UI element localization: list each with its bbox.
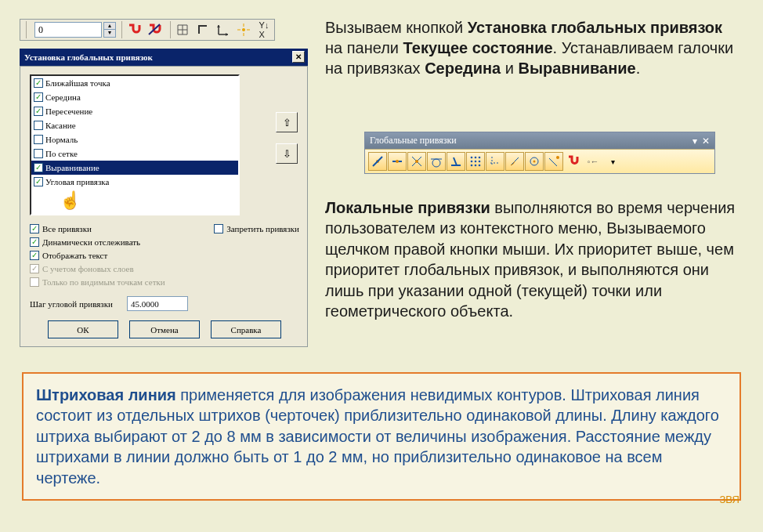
instruction-text-1: Вызываем кнопкой Установка глобальных пр… <box>325 17 741 78</box>
checkbox-icon[interactable]: ✓ <box>34 78 43 88</box>
list-item: ✓Угловая привязка <box>31 175 238 189</box>
list-item-label: По сетке <box>45 149 78 158</box>
snap-align-icon[interactable] <box>486 152 504 171</box>
angle-step-input[interactable] <box>127 296 188 311</box>
checkbox-icon[interactable]: ✓ <box>34 177 43 186</box>
snap-tangent-icon[interactable] <box>427 152 446 171</box>
step-label: Шаг угловой привязки <box>30 299 113 309</box>
snaps-listbox[interactable]: ✓Ближайшая точка ✓Середина ✓Пересечение … <box>30 74 240 215</box>
svg-point-23 <box>471 157 473 159</box>
move-up-button[interactable]: ⇧ <box>276 112 298 132</box>
top-toolbar: 0 ▴▾ Y↓X <box>20 19 275 41</box>
close-icon[interactable]: ✕ <box>292 51 305 63</box>
global-snaps-floater: Глобальные привязки ▾✕ ◦← ▾ <box>364 132 715 174</box>
opt-visible-grid: Только по видимым точкам сетки <box>42 277 165 287</box>
opt-text: Отображать текст <box>42 251 107 260</box>
svg-line-36 <box>549 158 557 166</box>
list-item-label: Угловая привязка <box>45 177 109 186</box>
checkbox-icon[interactable]: ✓ <box>30 237 39 247</box>
dialog-title-bar[interactable]: Установка глобальных привязок ✕ <box>20 49 308 66</box>
snap-prev-icon[interactable]: ◦← <box>584 152 602 171</box>
list-item: ✓Пересечение <box>31 104 238 118</box>
svg-line-22 <box>454 157 457 165</box>
svg-point-30 <box>475 165 477 167</box>
list-item: ✓Выравнивание <box>31 161 238 175</box>
list-item: Нормаль <box>31 132 238 147</box>
snap-normal-icon[interactable] <box>447 152 465 171</box>
instruction-text-2: Локальные привязки выполняются во время … <box>325 197 747 321</box>
footer-mark: ЗВЯ <box>720 494 739 505</box>
opt-forbid: Запретить привязки <box>226 224 299 233</box>
list-item-label: Середина <box>45 92 81 102</box>
list-item-label: Ближайшая точка <box>45 78 110 88</box>
checkbox-icon[interactable]: ✓ <box>34 163 43 172</box>
snap-center-icon[interactable] <box>525 152 544 171</box>
move-down-button[interactable]: ⇩ <box>276 143 298 164</box>
list-item: Касание <box>31 118 238 132</box>
cursor-hand-icon: ☝️ <box>60 190 81 211</box>
svg-point-29 <box>471 165 473 167</box>
snap-star-icon[interactable] <box>234 20 253 39</box>
svg-point-28 <box>479 161 481 163</box>
help-button[interactable]: Справка <box>211 320 281 338</box>
svg-point-7 <box>242 28 245 31</box>
spinner[interactable]: ▴▾ <box>103 22 116 38</box>
opt-bg-layers: С учетом фоновых слоев <box>42 264 134 273</box>
snap-point-icon[interactable] <box>544 152 563 171</box>
ortho-icon[interactable] <box>193 20 212 39</box>
list-item: По сетке <box>31 147 238 161</box>
dialog-title: Установка глобальных привязок <box>24 52 153 62</box>
snap-angle-icon[interactable] <box>505 152 524 171</box>
opt-all-snaps: Все привязки <box>42 224 92 233</box>
snap-intersect-icon[interactable] <box>407 152 426 171</box>
magnet-icon[interactable] <box>564 152 583 171</box>
svg-point-25 <box>479 157 481 159</box>
opt-dynamic: Динамически отслеживать <box>42 237 140 247</box>
svg-point-15 <box>396 160 399 163</box>
checkbox-icon[interactable] <box>34 121 43 130</box>
svg-point-31 <box>479 165 481 167</box>
checkbox-icon[interactable] <box>34 149 43 158</box>
list-item-label: Выравнивание <box>45 163 99 172</box>
dropdown-icon[interactable]: ▾ <box>692 136 697 147</box>
note-box: Штриховая линия применяется для изображе… <box>22 372 741 501</box>
magnet-red-icon[interactable] <box>125 20 143 39</box>
list-item: ✓Середина <box>31 90 238 104</box>
grid-icon[interactable] <box>173 20 192 39</box>
snap-nearest-icon[interactable] <box>368 152 387 171</box>
checkbox-icon[interactable]: ✓ <box>34 107 43 116</box>
svg-point-24 <box>475 157 477 159</box>
checkbox-icon[interactable]: ✓ <box>30 224 39 233</box>
global-snaps-dialog: Установка глобальных привязок ✕ ✓Ближайш… <box>20 49 308 347</box>
step-value-input[interactable]: 0 <box>34 22 102 38</box>
svg-point-18 <box>415 160 418 163</box>
checkbox-icon <box>30 277 39 287</box>
floater-title: Глобальные привязки <box>370 135 457 147</box>
list-item-label: Пересечение <box>45 107 92 116</box>
checkbox-icon: ✓ <box>30 264 39 273</box>
svg-line-13 <box>373 157 382 166</box>
checkbox-icon[interactable] <box>214 224 223 233</box>
checkbox-icon[interactable]: ✓ <box>30 251 39 260</box>
axis-flip-icon[interactable]: Y↓X <box>255 20 273 39</box>
svg-point-37 <box>556 156 559 159</box>
list-item: ✓Ближайшая точка <box>31 76 238 90</box>
close-icon[interactable]: ✕ <box>702 136 710 147</box>
checkbox-icon[interactable]: ✓ <box>34 92 43 102</box>
ok-button[interactable]: ОК <box>48 320 118 338</box>
magnet-toggle-icon[interactable] <box>145 20 164 39</box>
dropdown-icon[interactable]: ▾ <box>603 152 622 171</box>
floater-header[interactable]: Глобальные привязки ▾✕ <box>365 132 714 149</box>
list-item-label: Касание <box>45 121 76 130</box>
svg-point-35 <box>533 161 536 163</box>
snap-mid-icon[interactable] <box>388 152 407 171</box>
svg-point-26 <box>471 161 473 163</box>
snap-grid-icon[interactable] <box>466 152 485 171</box>
checkbox-icon[interactable] <box>34 135 43 144</box>
list-item-label: Нормаль <box>45 135 78 144</box>
coord-icon[interactable] <box>214 20 233 39</box>
svg-point-19 <box>432 159 440 167</box>
cancel-button[interactable]: Отмена <box>129 320 200 338</box>
svg-point-27 <box>475 161 477 163</box>
